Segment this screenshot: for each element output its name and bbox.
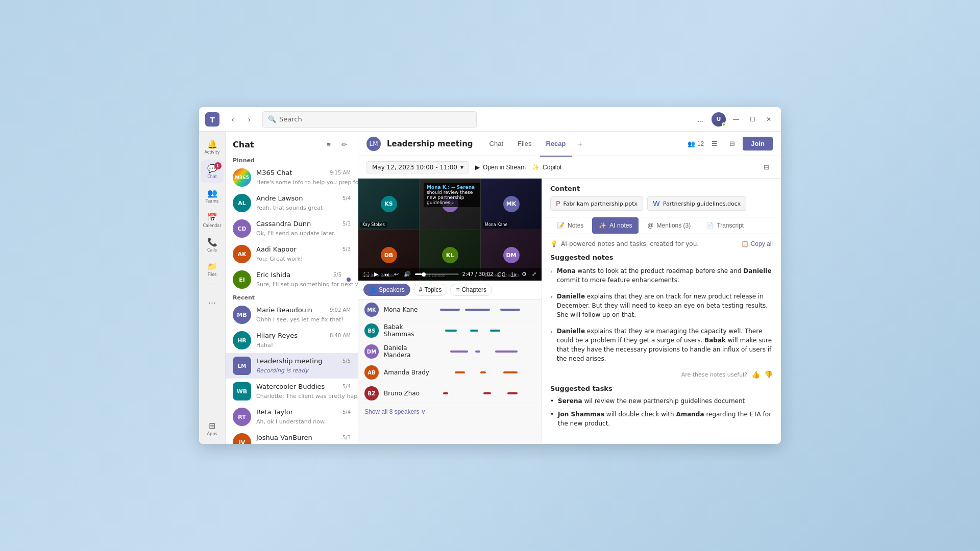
- list-item[interactable]: EI Eric Ishida 5/5 Sure, I'll set up som…: [226, 267, 358, 292]
- speaker-name: Daniela Mandera: [384, 344, 430, 359]
- add-tab-button[interactable]: +: [574, 138, 586, 150]
- copy-icon: 📋: [741, 240, 749, 247]
- play-button[interactable]: ▶: [373, 270, 379, 279]
- tab-mentions[interactable]: @ Mentions (3): [641, 217, 697, 234]
- chat-preview: Ok, I'll send an update later.: [256, 230, 335, 237]
- main-layout: 🔔 Activity 💬 Chat 1 👥 Teams 📅 Calendar 📞…: [199, 132, 781, 444]
- copilot-button[interactable]: ✨ Copilot: [532, 164, 561, 171]
- chat-name: Reta Taylor: [256, 408, 293, 416]
- tab-speakers[interactable]: 👤 Speakers: [363, 284, 410, 296]
- chat-time: 5/3: [342, 221, 351, 227]
- tab-chat[interactable]: Chat: [483, 138, 509, 150]
- chat-preview: Ah, ok I understand now.: [256, 418, 326, 425]
- user-status-dot: [722, 122, 726, 127]
- grid-view-button[interactable]: ⊟: [725, 137, 739, 151]
- speed-button[interactable]: 1x: [509, 270, 518, 279]
- avatar: M365: [233, 168, 251, 187]
- tab-topics[interactable]: # Topics: [413, 284, 448, 296]
- tab-recap[interactable]: Recap: [540, 138, 572, 150]
- sidebar-item-chat[interactable]: 💬 Chat 1: [201, 160, 224, 183]
- ai-info-text: 💡 AI-powered notes and tasks, created fo…: [550, 240, 699, 247]
- task-item: • Serena wil review the new partnership …: [550, 396, 773, 406]
- participants-button[interactable]: 👥 12: [688, 140, 704, 147]
- search-bar[interactable]: 🔍 Search: [262, 111, 477, 128]
- speaker-avatar: MK: [364, 303, 379, 317]
- fullscreen-button[interactable]: ⛶: [362, 270, 370, 279]
- volume-button[interactable]: 🔊: [403, 270, 412, 279]
- note-item: › Danielle explains that they are managi…: [550, 327, 773, 363]
- maximize-button[interactable]: ☐: [746, 113, 758, 126]
- file-name: Fabrikam partnership.pptx: [563, 201, 638, 207]
- sidebar-item-apps[interactable]: ⊞ Apps: [201, 417, 224, 440]
- list-item[interactable]: CD Cassandra Dunn 5/3 Ok, I'll send an u…: [226, 216, 358, 241]
- recap-content: KS Kay Stokes SP Mona K.: → Serena shoul…: [358, 179, 781, 444]
- captions-button[interactable]: CC: [496, 270, 506, 279]
- list-item[interactable]: HR Hilary Reyes 8:40 AM Haha!: [226, 328, 358, 353]
- minimize-button[interactable]: —: [730, 113, 742, 126]
- file-chip-word[interactable]: W Partnership guidelines.docx: [647, 196, 746, 211]
- join-button[interactable]: Join: [743, 137, 773, 151]
- back-button[interactable]: ‹: [226, 112, 240, 127]
- sidebar-item-files[interactable]: 📁 Files: [201, 258, 224, 281]
- avatar: MB: [233, 306, 251, 324]
- chat-time: 5/4: [342, 195, 351, 201]
- list-item[interactable]: AL Andre Lawson 5/4 Yeah, that sounds gr…: [226, 190, 358, 216]
- thumbs-down-button[interactable]: 👎: [764, 370, 773, 379]
- open-in-stream-button[interactable]: ▶ Open in Stream: [475, 164, 526, 171]
- close-button[interactable]: ✕: [763, 113, 775, 126]
- title-bar-right: ... U — ☐ ✕: [693, 112, 775, 127]
- cell-name-label: Mona Kane: [483, 222, 509, 228]
- tab-notes[interactable]: 📝 Notes: [550, 217, 590, 234]
- file-chip-ppt[interactable]: P Fabrikam partnership.pptx: [550, 196, 643, 211]
- user-avatar[interactable]: U: [712, 112, 726, 127]
- chat-time: 5/3: [342, 246, 351, 252]
- date-selector[interactable]: May 12, 2023 10:00 - 11:00 ▾: [366, 161, 469, 173]
- sidebar-item-calendar[interactable]: 📅 Calendar: [201, 209, 224, 232]
- copy-all-button[interactable]: 📋 Copy all: [741, 240, 773, 247]
- sidebar-item-teams[interactable]: 👥 Teams: [201, 185, 224, 207]
- forward-button[interactable]: ›: [242, 112, 256, 127]
- video-avatar: KS: [381, 196, 397, 212]
- avatar: WB: [233, 382, 251, 400]
- list-item[interactable]: JV Joshua VanBuren 5/3 Thanks for review…: [226, 430, 358, 444]
- recap-settings-button[interactable]: ⊟: [760, 161, 773, 174]
- content-area: LM Leadership meeting Chat Files Recap +…: [358, 132, 781, 444]
- chapters-icon: ≡: [456, 286, 459, 293]
- list-item[interactable]: LM Leadership meeting 5/5 Recording is r…: [226, 353, 358, 379]
- progress-bar[interactable]: [415, 273, 459, 275]
- compose-button[interactable]: ✏: [337, 138, 351, 151]
- expand-button[interactable]: ⤢: [531, 270, 537, 279]
- thumbs-up-button[interactable]: 👍: [751, 370, 760, 379]
- skip-back-button[interactable]: ↩: [393, 270, 400, 279]
- task-item: • Jon Shammas will double check with Ama…: [550, 410, 773, 428]
- filter-button[interactable]: ≡: [322, 138, 335, 151]
- chat-name: Leadership meeting: [256, 357, 322, 365]
- list-item[interactable]: AK Aadi Kapoor 5/3 You: Great work!: [226, 241, 358, 267]
- list-item[interactable]: M365 M365 Chat 9:15 AM Here's some info …: [226, 165, 358, 190]
- list-item[interactable]: WB Watercooler Buddies 5/4 Charlotte: Th…: [226, 379, 358, 404]
- tab-chapters[interactable]: ≡ Chapters: [450, 284, 492, 296]
- activity-icon: 🔔: [207, 139, 217, 149]
- more-options-button[interactable]: ...: [693, 112, 707, 127]
- list-item[interactable]: RT Reta Taylor 5/4 Ah, ok I understand n…: [226, 404, 358, 430]
- tab-files[interactable]: Files: [511, 138, 537, 150]
- bullet-icon: •: [550, 410, 554, 428]
- list-item[interactable]: MB Marie Beaudouin 9:02 AM Ohhh I see, y…: [226, 302, 358, 328]
- tab-ai-notes[interactable]: ✨ AI notes: [592, 217, 639, 234]
- chat-preview: Haha!: [256, 342, 273, 348]
- speaker-timeline: [435, 391, 535, 395]
- sidebar-item-calls[interactable]: 📞 Calls: [201, 234, 224, 256]
- tab-transcript[interactable]: 📄 Transcript: [699, 217, 750, 234]
- video-controls: ⛶ ▶ ⏮ ↩ 🔊 2:47 / 30:02 CC 1x: [358, 268, 542, 281]
- chat-badge: 1: [214, 162, 222, 169]
- rewind-button[interactable]: ⏮: [382, 270, 390, 279]
- sidebar-item-activity[interactable]: 🔔 Activity: [201, 136, 224, 158]
- chat-name: Joshua VanBuren: [256, 434, 312, 441]
- video-cell: SP Mona K.: → Serena should review these…: [420, 179, 480, 230]
- list-view-button[interactable]: ☰: [708, 137, 721, 151]
- show-all-speakers-button[interactable]: Show all 8 speakers ∨: [358, 404, 432, 419]
- speaker-row: MK Mona Kane: [358, 299, 542, 320]
- settings-button[interactable]: ⚙: [521, 270, 528, 279]
- sidebar-item-more[interactable]: ...: [201, 289, 224, 312]
- apps-icon: ⊞: [209, 421, 215, 431]
